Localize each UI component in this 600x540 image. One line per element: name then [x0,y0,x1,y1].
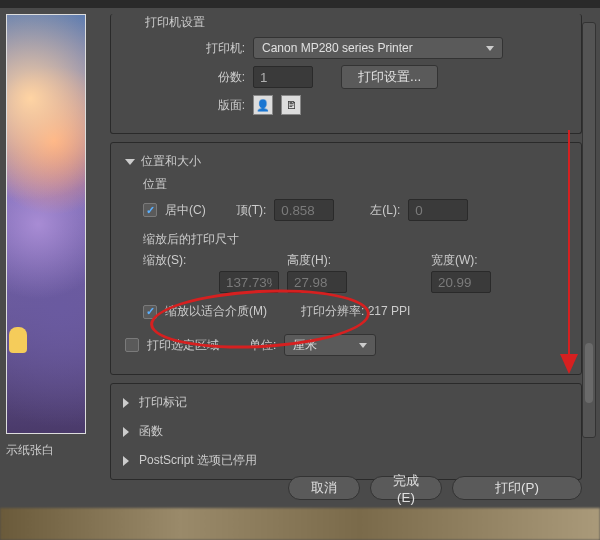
main-area: 示纸张白 打印机设置 打印机: Canon MP280 series Print… [0,8,600,508]
scrollbar-thumb[interactable] [585,343,593,403]
layout-portrait-icon[interactable]: 👤 [253,95,273,115]
window-titlebar-fragment [0,0,600,8]
copies-input[interactable] [253,66,313,88]
position-subtitle: 位置 [143,176,567,193]
postscript-label: PostScript 选项已停用 [139,452,257,469]
top-label: 顶(T): [236,202,267,219]
height-label: 高度(H): [287,252,423,269]
width-label: 宽度(W): [431,252,567,269]
left-input[interactable] [408,199,468,221]
height-input[interactable] [287,271,347,293]
print-marks-section[interactable]: 打印标记 [119,388,573,417]
printer-select-value: Canon MP280 series Printer [262,41,413,55]
print-selected-checkbox[interactable] [125,338,139,352]
chevron-down-icon [125,159,135,165]
printer-select[interactable]: Canon MP280 series Printer [253,37,503,59]
chevron-right-icon [123,427,129,437]
position-size-group: 位置和大小 位置 居中(C) 顶(T): 左(L): 缩放后的打印尺寸 缩放(S… [110,142,582,375]
chevron-right-icon [123,456,129,466]
units-label: 单位: [249,337,276,354]
fit-media-label: 缩放以适合介质(M) [165,303,267,320]
copies-label: 份数: [185,69,245,86]
layout-label: 版面: [185,97,245,114]
desktop-background-strip [0,508,600,540]
done-button[interactable]: 完成(E) [370,476,442,500]
settings-column: 打印机设置 打印机: Canon MP280 series Printer 份数… [100,8,600,508]
print-preview-image [6,14,86,434]
chevron-right-icon [123,398,129,408]
functions-label: 函数 [139,423,163,440]
printer-settings-title: 打印机设置 [145,14,205,31]
print-button[interactable]: 打印(P) [452,476,582,500]
scrollbar-track[interactable] [582,22,596,438]
center-checkbox[interactable] [143,203,157,217]
print-selected-label: 打印选定区域 [147,337,219,354]
scale-label: 缩放(S): [143,252,279,269]
units-value: 厘米 [293,337,317,354]
layout-landscape-icon[interactable]: 🖹 [281,95,301,115]
cancel-button[interactable]: 取消 [288,476,360,500]
print-settings-button[interactable]: 打印设置... [341,65,438,89]
left-label: 左(L): [370,202,400,219]
collapsed-sections-group: 打印标记 函数 PostScript 选项已停用 [110,383,582,480]
footer-buttons: 取消 完成(E) 打印(P) [288,476,582,500]
position-size-header[interactable]: 位置和大小 [125,153,567,170]
scale-input[interactable] [219,271,279,293]
functions-section[interactable]: 函数 [119,417,573,446]
print-marks-label: 打印标记 [139,394,187,411]
printer-settings-group: 打印机设置 打印机: Canon MP280 series Printer 份数… [110,14,582,134]
fit-media-checkbox[interactable] [143,305,157,319]
width-input[interactable] [431,271,491,293]
preview-caption: 示纸张白 [6,442,100,459]
position-size-title: 位置和大小 [141,153,201,170]
top-input[interactable] [274,199,334,221]
preview-column: 示纸张白 [0,8,100,508]
center-label: 居中(C) [165,202,206,219]
printer-label: 打印机: [185,40,245,57]
postscript-section[interactable]: PostScript 选项已停用 [119,446,573,475]
print-resolution-label: 打印分辨率: 217 PPI [301,303,410,320]
scaled-size-subtitle: 缩放后的打印尺寸 [143,231,567,248]
units-select[interactable]: 厘米 [284,334,376,356]
